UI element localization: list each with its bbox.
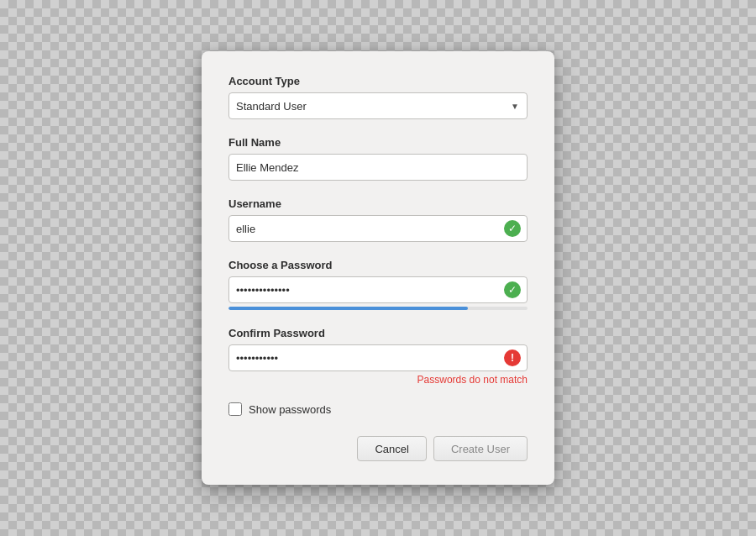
username-input-wrapper: ✓: [228, 215, 528, 242]
password-group: Choose a Password ✓: [228, 259, 528, 310]
account-type-select-wrapper: Standard User Administrator ▼: [228, 92, 528, 119]
show-passwords-checkbox[interactable]: [228, 402, 242, 416]
password-strength-bar: [228, 307, 528, 310]
account-type-label: Account Type: [228, 75, 528, 87]
check-icon: ✓: [504, 281, 521, 298]
full-name-input-wrapper: [228, 154, 528, 181]
full-name-group: Full Name: [228, 136, 528, 181]
confirm-password-label: Confirm Password: [228, 327, 528, 339]
confirm-password-error-message: Passwords do not match: [228, 374, 528, 386]
cancel-button[interactable]: Cancel: [357, 436, 426, 461]
username-label: Username: [228, 197, 528, 210]
check-icon: ✓: [504, 220, 521, 237]
full-name-input[interactable]: [228, 154, 528, 181]
username-valid-icon: ✓: [504, 220, 521, 237]
create-user-button[interactable]: Create User: [433, 436, 528, 461]
show-passwords-label[interactable]: Show passwords: [249, 403, 331, 416]
account-type-group: Account Type Standard User Administrator…: [228, 75, 528, 119]
confirm-password-group: Confirm Password ! Passwords do not matc…: [228, 327, 528, 386]
username-group: Username ✓: [228, 197, 528, 242]
password-input-wrapper: ✓: [228, 276, 528, 303]
password-valid-icon: ✓: [504, 281, 521, 298]
button-row: Cancel Create User: [228, 436, 528, 461]
account-type-select[interactable]: Standard User Administrator: [228, 92, 528, 119]
confirm-password-error-icon: !: [504, 349, 521, 366]
password-label: Choose a Password: [228, 259, 528, 271]
full-name-label: Full Name: [228, 136, 528, 149]
show-passwords-row: Show passwords: [228, 402, 528, 416]
confirm-password-input-wrapper: !: [228, 344, 528, 371]
username-input[interactable]: [228, 215, 528, 242]
confirm-password-input[interactable]: [228, 344, 528, 371]
error-icon: !: [504, 349, 521, 366]
create-user-dialog: Account Type Standard User Administrator…: [202, 51, 554, 485]
password-input[interactable]: [228, 276, 528, 303]
password-strength-fill: [228, 307, 468, 310]
